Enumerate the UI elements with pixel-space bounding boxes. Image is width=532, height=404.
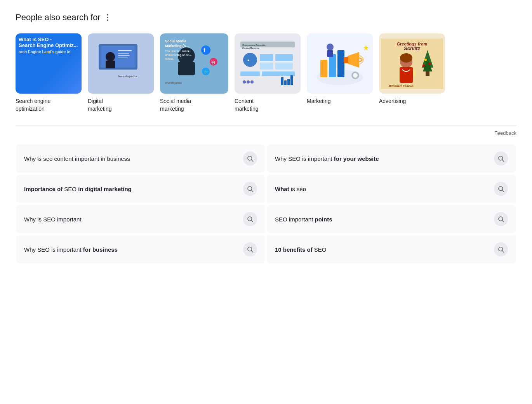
card-social-media-marketing[interactable]: f ◎ 🐦 Social Media Marketing (S... The p… bbox=[160, 33, 228, 113]
card-marketing[interactable]: ★ Marketing bbox=[307, 33, 373, 113]
svg-text:media.: media. bbox=[165, 57, 174, 60]
svg-text:Marketing (S...: Marketing (S... bbox=[165, 44, 189, 48]
suggestion-text-10-benefits: 10 benefits of SEO bbox=[275, 246, 489, 254]
svg-rect-40 bbox=[287, 79, 290, 85]
svg-line-82 bbox=[502, 251, 504, 252]
card-label-seo: Search engineoptimization bbox=[16, 98, 82, 113]
svg-text:Social Media: Social Media bbox=[165, 39, 187, 43]
svg-point-51 bbox=[353, 73, 358, 78]
svg-text:Companies Organize: Companies Organize bbox=[242, 44, 266, 46]
card-digital-marketing[interactable]: Investopedia Digitalmarketing bbox=[88, 33, 154, 113]
svg-line-80 bbox=[251, 251, 253, 252]
svg-text:of marketing on so...: of marketing on so... bbox=[165, 54, 192, 57]
search-icon-2 bbox=[497, 155, 504, 162]
card-label-content: Contentmarketing bbox=[235, 98, 301, 113]
search-icon-wrap-3 bbox=[243, 182, 257, 196]
seo-card-sub: arch Engine Land's guide to bbox=[19, 50, 78, 54]
svg-line-76 bbox=[251, 221, 253, 222]
svg-line-72 bbox=[251, 190, 253, 192]
search-icon-8 bbox=[497, 246, 504, 253]
svg-text:Content Marketing: Content Marketing bbox=[242, 47, 259, 49]
svg-point-27 bbox=[243, 53, 257, 67]
svg-rect-30 bbox=[275, 54, 293, 61]
search-icon-wrap-4 bbox=[494, 182, 508, 196]
feedback-button[interactable]: Feedback bbox=[494, 130, 516, 136]
suggestion-why-seo-website[interactable]: Why SEO is important for your website bbox=[267, 145, 516, 172]
svg-text:●: ● bbox=[247, 58, 249, 62]
suggestion-importance-seo[interactable]: Importance of SEO in digital marketing bbox=[16, 175, 265, 203]
svg-rect-4 bbox=[118, 50, 132, 51]
suggestion-why-seo-content[interactable]: Why is seo content important in business bbox=[16, 145, 265, 172]
suggestion-text-what-is-seo: What is seo bbox=[275, 185, 489, 193]
more-options-button[interactable] bbox=[105, 12, 110, 23]
dot3 bbox=[107, 19, 108, 21]
search-icon-wrap-5 bbox=[243, 212, 257, 226]
svg-rect-44 bbox=[329, 54, 336, 77]
svg-rect-47 bbox=[344, 57, 348, 63]
seo-card-inner: What is SEO -Search Engine Optimiz... ar… bbox=[19, 37, 78, 91]
svg-rect-7 bbox=[118, 57, 128, 58]
suggestion-why-seo-business[interactable]: Why SEO is important for business bbox=[16, 235, 265, 263]
marketing-illustration: ★ bbox=[309, 38, 371, 89]
svg-point-35 bbox=[243, 80, 246, 84]
svg-rect-3 bbox=[106, 61, 115, 68]
svg-rect-6 bbox=[118, 55, 130, 56]
svg-text:Investopedia: Investopedia bbox=[118, 75, 137, 78]
card-image-advertising: Greetings from Schlitz Milwauke bbox=[379, 33, 445, 94]
svg-rect-65 bbox=[413, 70, 416, 77]
dot1 bbox=[107, 14, 108, 16]
search-icon-5 bbox=[247, 216, 254, 223]
search-icon-wrap-7 bbox=[243, 242, 257, 256]
card-content-marketing[interactable]: Companies Organize Content Marketing ● bbox=[235, 33, 301, 113]
suggestion-text-why-seo-business: Why SEO is important for business bbox=[24, 246, 238, 254]
search-icon-7 bbox=[247, 246, 254, 253]
svg-rect-34 bbox=[262, 71, 295, 76]
svg-text:Milwaukee Famous: Milwaukee Famous bbox=[389, 85, 414, 87]
svg-text:◎: ◎ bbox=[211, 60, 215, 64]
cards-row: What is SEO -Search Engine Optimiz... ar… bbox=[16, 33, 516, 113]
search-icon-wrap-8 bbox=[494, 242, 508, 256]
suggestion-text-why-seo-content: Why is seo content important in business bbox=[24, 155, 238, 163]
svg-rect-45 bbox=[337, 50, 344, 77]
suggestion-text-why-seo-website: Why SEO is important for your website bbox=[275, 155, 489, 163]
svg-point-48 bbox=[327, 44, 334, 50]
suggestion-what-is-seo[interactable]: What is seo bbox=[267, 175, 516, 203]
search-icon-1 bbox=[247, 155, 254, 162]
digital-marketing-illustration: Investopedia bbox=[91, 37, 145, 83]
svg-line-74 bbox=[502, 190, 504, 192]
svg-rect-10 bbox=[178, 62, 195, 75]
suggestion-why-seo-important[interactable]: Why is SEO important bbox=[16, 205, 265, 233]
feedback-row: Feedback bbox=[16, 130, 516, 136]
card-search-engine-optimization[interactable]: What is SEO -Search Engine Optimiz... ar… bbox=[16, 33, 82, 113]
svg-point-36 bbox=[247, 80, 250, 84]
card-image-marketing: ★ bbox=[307, 33, 373, 94]
svg-rect-57 bbox=[400, 67, 413, 83]
suggestion-text-seo-points: SEO important points bbox=[275, 215, 489, 223]
svg-line-70 bbox=[502, 160, 504, 162]
svg-line-68 bbox=[251, 160, 253, 162]
card-label-advertising: Advertising bbox=[379, 98, 445, 105]
seo-card-title: What is SEO -Search Engine Optimiz... bbox=[19, 37, 78, 48]
svg-point-11 bbox=[201, 45, 210, 55]
suggestion-text-importance-seo: Importance of SEO in digital marketing bbox=[24, 185, 238, 193]
svg-point-2 bbox=[106, 52, 115, 61]
svg-point-64 bbox=[422, 64, 425, 67]
content-marketing-illustration: Companies Organize Content Marketing ● bbox=[236, 38, 299, 89]
svg-point-37 bbox=[250, 80, 254, 84]
card-advertising[interactable]: Greetings from Schlitz Milwauke bbox=[379, 33, 445, 113]
card-label-marketing: Marketing bbox=[307, 98, 373, 105]
svg-rect-41 bbox=[290, 75, 293, 85]
svg-rect-29 bbox=[260, 54, 273, 61]
svg-rect-31 bbox=[260, 63, 273, 70]
social-media-illustration: f ◎ 🐦 Social Media Marketing (S... The p… bbox=[163, 37, 225, 87]
suggestion-seo-points[interactable]: SEO important points bbox=[267, 205, 516, 233]
svg-point-62 bbox=[424, 59, 427, 61]
card-image-digital: Investopedia bbox=[88, 33, 154, 94]
card-image-seo: What is SEO -Search Engine Optimiz... ar… bbox=[16, 33, 82, 94]
suggestion-10-benefits[interactable]: 10 benefits of SEO bbox=[267, 235, 516, 263]
svg-rect-33 bbox=[240, 71, 260, 76]
svg-text:🐦: 🐦 bbox=[203, 69, 209, 75]
suggestions-grid: Why is seo content important in business… bbox=[16, 144, 516, 264]
svg-text:★: ★ bbox=[363, 45, 369, 51]
svg-point-58 bbox=[400, 53, 412, 63]
